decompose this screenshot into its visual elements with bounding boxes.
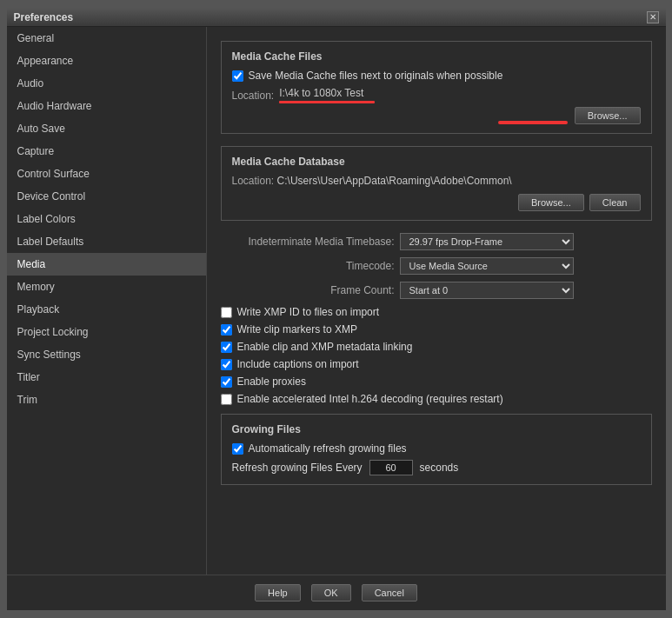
- db-buttons-row: Browse... Clean: [232, 194, 641, 211]
- indeterminate-label: Indeterminate Media Timebase:: [221, 236, 395, 248]
- checkbox-row-3: Include captions on import: [221, 358, 652, 370]
- cache-browse-row: Browse...: [232, 107, 641, 124]
- sidebar-item-audio[interactable]: Audio: [7, 72, 206, 95]
- ok-button[interactable]: OK: [311, 584, 351, 601]
- media-cache-files-title: Media Cache Files: [232, 50, 641, 63]
- growing-files-title: Growing Files: [232, 423, 641, 435]
- refresh-value-input[interactable]: 60: [369, 460, 413, 475]
- main-content: Media Cache Files Save Media Cache files…: [207, 27, 666, 575]
- help-button[interactable]: Help: [255, 584, 301, 601]
- timecode-row: Timecode: Use Media SourceGenerate Timec…: [221, 257, 652, 275]
- media-cache-files-section: Media Cache Files Save Media Cache files…: [221, 41, 652, 134]
- checkbox-label-1: Write clip markers to XMP: [237, 323, 357, 336]
- checkbox-label-0: Write XMP ID to files on import: [237, 306, 380, 318]
- sidebar-item-project-locking[interactable]: Project Locking: [7, 321, 206, 343]
- db-browse-button[interactable]: Browse...: [518, 194, 584, 211]
- refresh-every-row: Refresh growing Files Every 60 seconds: [232, 460, 641, 475]
- sidebar-item-playback[interactable]: Playback: [7, 298, 206, 321]
- frame-count-select[interactable]: Start at 0Start at 1Timecode Conversion: [400, 282, 574, 299]
- dialog-footer: Help OK Cancel: [7, 575, 666, 610]
- indeterminate-select[interactable]: 29.97 fps Drop-Frame23.976 fps24 fps25 f…: [400, 233, 574, 250]
- media-cache-db-section: Media Cache Database Location: C:\Users\…: [221, 146, 652, 221]
- sidebar-item-media[interactable]: Media: [7, 253, 206, 276]
- checkbox-3[interactable]: [221, 359, 232, 370]
- checkbox-1[interactable]: [221, 324, 232, 336]
- dialog-body: GeneralAppearanceAudioAudio HardwareAuto…: [7, 27, 666, 575]
- checkbox-2[interactable]: [221, 342, 232, 353]
- growing-files-section: Growing Files Automatically refresh grow…: [221, 414, 652, 485]
- sidebar-item-auto-save[interactable]: Auto Save: [7, 117, 206, 140]
- seconds-label: seconds: [420, 462, 459, 474]
- auto-refresh-checkbox[interactable]: [232, 443, 243, 455]
- db-location-row: Location: C:\Users\User\AppData\Roaming\…: [232, 175, 641, 187]
- checkboxes-section: Write XMP ID to files on importWrite cli…: [221, 306, 652, 405]
- sidebar-item-general[interactable]: General: [7, 27, 206, 50]
- sidebar-item-capture[interactable]: Capture: [7, 140, 206, 163]
- timecode-label: Timecode:: [221, 260, 395, 272]
- media-cache-db-title: Media Cache Database: [232, 156, 641, 168]
- save-cache-label: Save Media Cache files next to originals…: [249, 70, 503, 82]
- indeterminate-row: Indeterminate Media Timebase: 29.97 fps …: [221, 233, 652, 250]
- sidebar-item-label-colors[interactable]: Label Colors: [7, 208, 206, 230]
- dialog-title: Preferences: [14, 11, 647, 23]
- checkbox-row-0: Write XMP ID to files on import: [221, 306, 652, 318]
- sidebar-item-label-defaults[interactable]: Label Defaults: [7, 230, 206, 253]
- title-bar: Preferences ✕: [7, 8, 666, 27]
- cache-location-label: Location:: [232, 90, 275, 102]
- frame-count-row: Frame Count: Start at 0Start at 1Timecod…: [221, 282, 652, 299]
- sidebar-item-trim[interactable]: Trim: [7, 389, 206, 411]
- checkbox-row-1: Write clip markers to XMP: [221, 323, 652, 336]
- sidebar-item-audio-hardware[interactable]: Audio Hardware: [7, 95, 206, 117]
- checkbox-label-2: Enable clip and XMP metadata linking: [237, 341, 413, 353]
- checkbox-label-5: Enable accelerated Intel h.264 decoding …: [237, 393, 503, 405]
- checkbox-row-5: Enable accelerated Intel h.264 decoding …: [221, 393, 652, 405]
- cache-underline-annotation: [279, 101, 375, 103]
- cache-location-row: Location: I:\4k to 1080x Test: [232, 87, 641, 103]
- sidebar: GeneralAppearanceAudioAudio HardwareAuto…: [7, 27, 207, 575]
- sidebar-item-sync-settings[interactable]: Sync Settings: [7, 343, 206, 366]
- sidebar-item-appearance[interactable]: Appearance: [7, 50, 206, 72]
- checkbox-row-2: Enable clip and XMP metadata linking: [221, 341, 652, 353]
- save-cache-checkbox[interactable]: [232, 70, 243, 82]
- cache-location-value: I:\4k to 1080x Test: [279, 87, 375, 103]
- checkbox-4[interactable]: [221, 376, 232, 388]
- save-cache-row: Save Media Cache files next to originals…: [232, 70, 641, 82]
- checkbox-5[interactable]: [221, 394, 232, 405]
- sidebar-item-device-control[interactable]: Device Control: [7, 185, 206, 208]
- sidebar-item-memory[interactable]: Memory: [7, 276, 206, 298]
- frame-count-label: Frame Count:: [221, 284, 395, 296]
- refresh-label: Refresh growing Files Every: [232, 462, 363, 474]
- cache-browse-button[interactable]: Browse...: [575, 107, 641, 124]
- cancel-button[interactable]: Cancel: [362, 584, 417, 601]
- sidebar-item-control-surface[interactable]: Control Surface: [7, 163, 206, 185]
- db-location-value: Location: C:\Users\User\AppData\Roaming\…: [232, 175, 512, 187]
- timecode-select[interactable]: Use Media SourceGenerate TimecodeStart a…: [400, 257, 574, 275]
- auto-refresh-label: Automatically refresh growing files: [249, 442, 407, 455]
- sidebar-item-titler[interactable]: Titler: [7, 366, 206, 389]
- close-button[interactable]: ✕: [647, 11, 659, 23]
- red-squiggle-annotation: [498, 121, 568, 124]
- db-clean-button[interactable]: Clean: [589, 194, 641, 211]
- auto-refresh-row: Automatically refresh growing files: [232, 442, 641, 455]
- checkbox-0[interactable]: [221, 307, 232, 318]
- preferences-dialog: Preferences ✕ GeneralAppearanceAudioAudi…: [6, 7, 667, 611]
- checkbox-row-4: Enable proxies: [221, 375, 652, 388]
- checkbox-label-4: Enable proxies: [237, 375, 306, 388]
- checkbox-label-3: Include captions on import: [237, 358, 359, 370]
